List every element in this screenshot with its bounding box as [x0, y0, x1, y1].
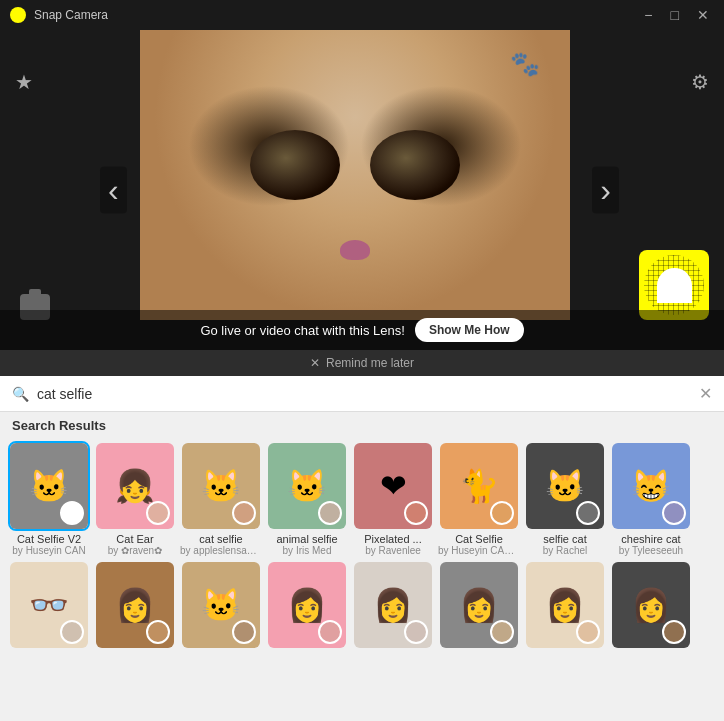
- lens-grid: 🐱Cat Selfie V2by Huseyin CAN👧Cat Earby ✿…: [0, 437, 724, 654]
- next-lens-button[interactable]: ›: [592, 167, 619, 214]
- minimize-button[interactable]: −: [639, 5, 657, 25]
- lens-item[interactable]: 🐱animal selfieby Iris Med: [266, 441, 348, 556]
- lens-item[interactable]: 🐱cat selfieby appleslensamm: [180, 441, 262, 556]
- cat-nose: [340, 240, 370, 260]
- app-title: Snap Camera: [34, 8, 108, 22]
- lens-item[interactable]: 👧Cat Earby ✿raven✿: [94, 441, 176, 556]
- lens-item[interactable]: 👩: [352, 560, 434, 650]
- lens-name: Pixelated ...: [352, 533, 434, 545]
- lens-item[interactable]: 👩: [524, 560, 606, 650]
- lens-author: by Huseyin CAN: [8, 545, 90, 556]
- lens-author: by Ravenlee: [352, 545, 434, 556]
- lens-item[interactable]: 🐱Cat Selfie V2by Huseyin CAN: [8, 441, 90, 556]
- lens-creator-avatar: [662, 501, 686, 525]
- lens-name: Cat Selfie: [438, 533, 520, 545]
- paw-decorations: 🐾: [510, 50, 540, 78]
- search-icon: 🔍: [12, 386, 29, 402]
- lens-creator-avatar: [146, 620, 170, 644]
- prev-lens-button[interactable]: ‹: [100, 167, 127, 214]
- cat-eye-left: [250, 130, 340, 200]
- lens-name: Cat Selfie V2: [8, 533, 90, 545]
- lens-creator-avatar: [318, 620, 342, 644]
- lens-author: by ✿raven✿: [94, 545, 176, 556]
- lens-creator-avatar: [232, 501, 256, 525]
- search-clear-button[interactable]: ✕: [699, 384, 712, 403]
- lens-banner: Go live or video chat with this Lens! Sh…: [0, 310, 724, 350]
- favorite-icon[interactable]: ★: [15, 70, 33, 94]
- lens-creator-avatar: [490, 620, 514, 644]
- search-panel: 🔍 ✕ Search Results 🐱Cat Selfie V2by Huse…: [0, 376, 724, 721]
- lens-item[interactable]: 🐈Cat Selfieby Huseyin CAN ...: [438, 441, 520, 556]
- lens-name: cheshire cat: [610, 533, 692, 545]
- remind-bar: ✕ Remind me later: [0, 350, 724, 376]
- lens-creator-avatar: [576, 501, 600, 525]
- camera-area: ★ ⚙ 🐾 ‹ › Go live or video chat with thi…: [0, 30, 724, 350]
- search-input[interactable]: [37, 386, 691, 402]
- lens-name: selfie cat: [524, 533, 606, 545]
- lens-item[interactable]: 🐱: [180, 560, 262, 650]
- remind-later-button[interactable]: Remind me later: [326, 356, 414, 370]
- lens-item[interactable]: 👩: [266, 560, 348, 650]
- lens-creator-avatar: [404, 620, 428, 644]
- title-bar-left: Snap Camera: [10, 7, 108, 23]
- cat-eye-right: [370, 130, 460, 200]
- search-bar: 🔍 ✕: [0, 376, 724, 412]
- lens-author: by Rachel: [524, 545, 606, 556]
- lens-creator-avatar: [60, 501, 84, 525]
- settings-icon[interactable]: ⚙: [691, 70, 709, 94]
- lens-author: by Iris Med: [266, 545, 348, 556]
- banner-text: Go live or video chat with this Lens!: [200, 323, 405, 338]
- search-results-label: Search Results: [0, 412, 724, 437]
- lens-creator-avatar: [318, 501, 342, 525]
- lens-item[interactable]: 👩: [94, 560, 176, 650]
- lens-creator-avatar: [232, 620, 256, 644]
- lens-item[interactable]: 👓: [8, 560, 90, 650]
- lens-name: animal selfie: [266, 533, 348, 545]
- lens-item[interactable]: 👩: [438, 560, 520, 650]
- lens-item[interactable]: 😸cheshire catby Tyleeseeuh: [610, 441, 692, 556]
- close-button[interactable]: ✕: [692, 5, 714, 25]
- lens-creator-avatar: [576, 620, 600, 644]
- lens-author: by Tyleeseeuh: [610, 545, 692, 556]
- camera-feed: [140, 30, 570, 320]
- lens-author: by Huseyin CAN ...: [438, 545, 520, 556]
- lens-name: cat selfie: [180, 533, 262, 545]
- lens-name: Cat Ear: [94, 533, 176, 545]
- remind-close-icon[interactable]: ✕: [310, 356, 320, 370]
- lens-creator-avatar: [404, 501, 428, 525]
- title-bar: Snap Camera − □ ✕: [0, 0, 724, 30]
- lens-creator-avatar: [662, 620, 686, 644]
- show-me-how-button[interactable]: Show Me How: [415, 318, 524, 342]
- lens-item[interactable]: ❤Pixelated ...by Ravenlee: [352, 441, 434, 556]
- lens-creator-avatar: [490, 501, 514, 525]
- snapcode-inner: [644, 255, 704, 315]
- app-icon: [10, 7, 26, 23]
- lens-author: by appleslensamm: [180, 545, 262, 556]
- lens-creator-avatar: [60, 620, 84, 644]
- window-controls: − □ ✕: [639, 5, 714, 25]
- lens-item[interactable]: 👩: [610, 560, 692, 650]
- maximize-button[interactable]: □: [666, 5, 684, 25]
- lens-item[interactable]: 🐱selfie catby Rachel: [524, 441, 606, 556]
- lens-creator-avatar: [146, 501, 170, 525]
- snapchat-ghost: [657, 268, 692, 303]
- camera-preview: 🐾: [140, 30, 570, 320]
